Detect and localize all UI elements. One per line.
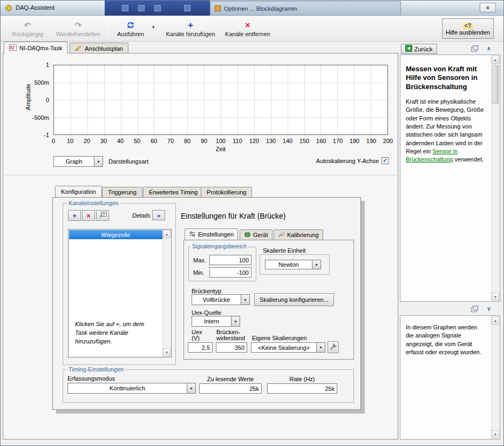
close-button[interactable]: × [480, 3, 496, 12]
channel-list[interactable]: Wiegezelle Klicken Sie auf +, um dem Tas… [68, 229, 172, 357]
gridline-horizontal [54, 100, 387, 100]
resistance-input[interactable] [216, 342, 247, 353]
tab-erweitertes-timing[interactable]: Erweitertes Timing [143, 187, 203, 197]
remove-x-icon: × [245, 21, 250, 30]
tab-kalibrierung[interactable]: Kalibrierung [274, 229, 323, 240]
tab-konfiguration[interactable]: Konfiguration [55, 186, 102, 197]
back-arrow-icon [405, 45, 412, 53]
tab-label: Triggerung [108, 189, 137, 195]
min-input[interactable] [209, 267, 251, 278]
edit-scaling-button[interactable] [328, 341, 339, 353]
copy-page-icon[interactable] [469, 305, 479, 313]
expand-help-button[interactable]: ∨ [484, 304, 494, 313]
max-input[interactable] [209, 255, 251, 265]
bridge-type-dropdown[interactable]: Vollbrücke ▼ [192, 294, 250, 305]
scroll-up-icon[interactable]: ▲ [163, 230, 171, 238]
group-title: Signaleingangsbereich [190, 244, 248, 249]
tab-label: Kalibrierung [287, 232, 319, 238]
y-tick-label: -1 [44, 132, 49, 138]
run-button[interactable]: Ausführen [111, 17, 151, 40]
samples-input[interactable] [199, 383, 262, 394]
tab-anschlussplan[interactable]: Anschlussplan [70, 43, 128, 53]
x-tick-label: 80 [184, 138, 190, 144]
wrench-icon [278, 232, 285, 239]
tab-label: Einstellungen [198, 231, 234, 238]
background-window-icon [154, 5, 161, 11]
delete-channel-button[interactable]: × [82, 210, 95, 221]
channel-name: Wiegezelle [101, 232, 131, 238]
background-window-icon [215, 5, 221, 11]
custom-scaling-dropdown[interactable]: <Keine Skalierung> ▼ [251, 342, 325, 353]
tab-triggerung[interactable]: Triggerung [102, 187, 142, 197]
tab-geraet[interactable]: Gerät [240, 229, 273, 240]
group-title: Timing-Einstellungen [67, 366, 125, 373]
chevrons-right-icon: » [157, 212, 160, 219]
tab-label: Protokollierung [207, 189, 246, 195]
help-scrollbar: ▲ ▼ [491, 316, 499, 438]
scroll-down-icon[interactable]: ▼ [163, 348, 171, 356]
tab-label: NI-DAQmx-Task [19, 45, 62, 51]
chip-icon [244, 232, 251, 239]
remove-channels-button[interactable]: × Kanäle entfernen [222, 17, 274, 40]
scroll-down-icon[interactable]: ▼ [492, 430, 499, 438]
tab-label: Erweitertes Timing [149, 189, 197, 195]
chevron-down-icon: ▼ [187, 383, 195, 393]
scroll-thumb[interactable] [492, 65, 499, 104]
run-label: Ausführen [117, 31, 144, 37]
uex-source-value: Intern [192, 316, 231, 326]
acquisition-mode-dropdown[interactable]: Kontinuierlich ▼ [67, 383, 196, 394]
configure-scaling-button[interactable]: Skalierung konfigurieren... [254, 293, 334, 306]
channel-list-scrollbar: ▲ ▼ [162, 230, 171, 356]
konfiguration-panel: Kanaleinstellungen + × Details » [52, 197, 361, 410]
scroll-up-icon[interactable]: ▲ [492, 316, 499, 325]
details-expand-button[interactable]: » [152, 210, 165, 220]
uex-unit-label: (V) [192, 335, 200, 341]
gridline-horizontal [54, 117, 387, 118]
run-dropdown-arrow[interactable]: ▾ [152, 24, 155, 30]
background-window-tab: Optionen ... Blockdiagramm [210, 1, 401, 16]
scroll-down-icon[interactable]: ▼ [492, 293, 499, 301]
x-tick-label: 10 [67, 138, 73, 144]
hide-help-button[interactable]: <? Hilfe ausblenden [442, 18, 494, 39]
export-channel-button[interactable] [96, 210, 109, 221]
x-tick-label: 200 [383, 138, 393, 144]
run-icon [126, 21, 135, 30]
x-tick-label: 70 [167, 138, 174, 144]
uex-source-dropdown[interactable]: Intern ▼ [192, 316, 240, 327]
copy-page-icon[interactable] [469, 44, 479, 53]
tab-einstellungen[interactable]: Einstellungen [185, 228, 238, 240]
bridge-type-value: Vollbrücke [192, 295, 241, 305]
undo-label: Rückgängig [12, 31, 43, 37]
app-icon [4, 4, 13, 13]
tab-label: Konfiguration [61, 188, 96, 195]
separator [4, 175, 397, 176]
background-window-fragment [105, 1, 210, 16]
tab-ni-daqmx-task[interactable]: NI-DAQmx-Task [4, 42, 67, 53]
x-tick-label: 0 [52, 138, 55, 144]
scaled-unit-label: Skalierte Einheit [263, 247, 306, 254]
list-item-wiegezelle[interactable]: Wiegezelle [69, 230, 162, 239]
y-tick-label: -500m [32, 114, 49, 121]
redo-button[interactable]: ↷ Wiederherstellen [51, 17, 105, 40]
help-secondary-text: In diesem Graphen werden die analogen Si… [406, 323, 486, 357]
undo-button[interactable]: ↶ Rückgängig [6, 17, 49, 40]
back-button[interactable]: Zurück [401, 44, 437, 54]
x-tick-label: 110 [233, 138, 242, 144]
collapse-help-button[interactable]: ∧ [484, 44, 494, 52]
add-channels-label: Kanäle hinzufügen [166, 31, 215, 37]
check-icon: ✓ [383, 158, 387, 164]
autoscale-checkbox[interactable]: ✓ [382, 157, 389, 164]
display-type-dropdown[interactable]: Graph ▼ [53, 156, 103, 167]
scroll-up-icon[interactable]: ▲ [492, 56, 499, 64]
add-channels-button[interactable]: + Kanäle hinzufügen [162, 17, 219, 40]
rate-input[interactable] [267, 383, 337, 394]
add-channel-button[interactable]: + [68, 210, 81, 221]
daq-assistant-window: Optionen ... Blockdiagramm DAQ-Assistent… [0, 0, 504, 446]
tab-protokollierung[interactable]: Protokollierung [201, 187, 252, 197]
uex-input[interactable] [188, 342, 213, 353]
x-tick-label: 20 [84, 138, 90, 144]
x-tick-label: 190 [366, 138, 376, 144]
toolbar: ↶ Rückgängig ↷ Wiederherstellen Ausführe… [1, 16, 503, 42]
scaled-unit-dropdown[interactable]: Newton ▼ [265, 260, 321, 269]
plus-icon: + [72, 212, 77, 220]
